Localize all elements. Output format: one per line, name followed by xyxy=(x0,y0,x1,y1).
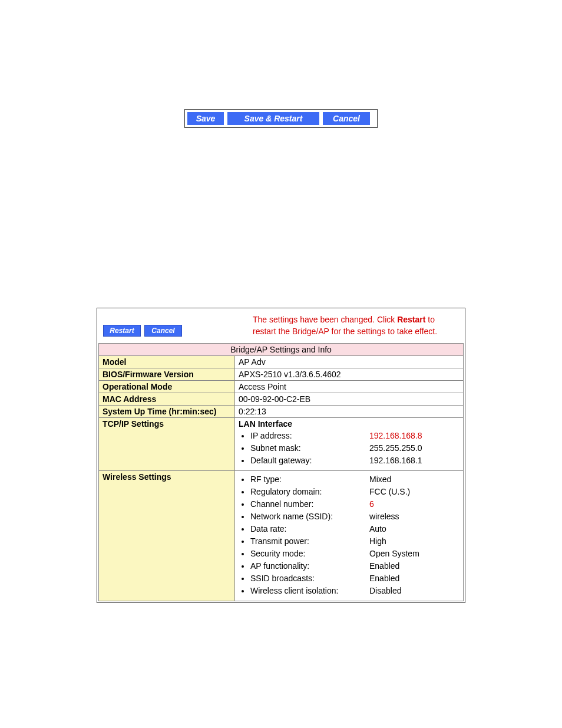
list-item: Regulatory domain:FCC (U.S.) xyxy=(250,486,459,498)
label-bios: BIOS/Firmware Version xyxy=(99,368,235,381)
kv-value: wireless xyxy=(369,510,399,523)
label-tcpip: TCP/IP Settings xyxy=(99,418,235,471)
top-button-bar: Save Save & Restart Cancel xyxy=(184,109,378,128)
label-mode: Operational Mode xyxy=(99,381,235,393)
label-model: Model xyxy=(99,356,235,368)
list-item: AP functionality:Enabled xyxy=(250,560,459,572)
kv-label: Subnet mask: xyxy=(250,442,369,454)
kv-label: Regulatory domain: xyxy=(250,486,369,498)
kv-label: IP address: xyxy=(250,430,369,442)
kv-value: 192.168.168.8 xyxy=(369,430,422,442)
label-mac: MAC Address xyxy=(99,393,235,406)
list-item: SSID broadcasts:Enabled xyxy=(250,572,459,585)
kv-value: Enabled xyxy=(369,572,399,585)
restart-button[interactable]: Restart xyxy=(103,325,141,337)
value-mode: Access Point xyxy=(235,381,464,393)
kv-value: Disabled xyxy=(369,585,401,597)
kv-value: Enabled xyxy=(369,560,399,572)
value-uptime: 0:22:13 xyxy=(235,406,464,418)
row-bios: BIOS/Firmware Version APXS-2510 v1.3/3.6… xyxy=(99,368,464,381)
kv-value: Mixed xyxy=(369,473,391,486)
tcpip-header: LAN Interface xyxy=(239,419,459,429)
kv-value: 255.255.255.0 xyxy=(369,442,422,454)
info-table: Bridge/AP Settings and Info Model AP Adv… xyxy=(98,343,464,601)
panel-cancel-button[interactable]: Cancel xyxy=(144,325,182,337)
save-button[interactable]: Save xyxy=(187,112,224,125)
kv-label: RF type: xyxy=(250,473,369,486)
kv-label: Transmit power: xyxy=(250,535,369,548)
kv-value: 192.168.168.1 xyxy=(369,454,422,467)
value-mac: 00-09-92-00-C2-EB xyxy=(235,393,464,406)
list-item: Security mode:Open System xyxy=(250,548,459,560)
label-wireless: Wireless Settings xyxy=(99,471,235,601)
kv-label: AP functionality: xyxy=(250,560,369,572)
kv-label: Data rate: xyxy=(250,523,369,535)
kv-value: High xyxy=(369,535,386,548)
list-item: Subnet mask:255.255.255.0 xyxy=(250,442,459,454)
settings-panel: Restart Cancel The settings have been ch… xyxy=(97,308,465,603)
value-wireless: RF type:MixedRegulatory domain:FCC (U.S.… xyxy=(235,471,464,601)
kv-label: SSID broadcasts: xyxy=(250,572,369,585)
kv-value: FCC (U.S.) xyxy=(369,486,410,498)
list-item: IP address:192.168.168.8 xyxy=(250,430,459,442)
kv-value: Open System xyxy=(369,548,419,560)
list-item: Channel number:6 xyxy=(250,498,459,510)
kv-label: Default gateway: xyxy=(250,454,369,467)
list-item: Transmit power:High xyxy=(250,535,459,548)
panel-top: Restart Cancel The settings have been ch… xyxy=(97,308,465,343)
list-item: Data rate:Auto xyxy=(250,523,459,535)
save-restart-button[interactable]: Save & Restart xyxy=(227,112,319,125)
list-item: Network name (SSID):wireless xyxy=(250,510,459,523)
label-uptime: System Up Time (hr:min:sec) xyxy=(99,406,235,418)
row-tcpip: TCP/IP Settings LAN Interface IP address… xyxy=(99,418,464,471)
warning-pre: The settings have been changed. Click xyxy=(253,315,397,324)
warning-message: The settings have been changed. Click Re… xyxy=(253,314,441,337)
warning-bold: Restart xyxy=(397,315,425,324)
value-bios: APXS-2510 v1.3/3.6.5.4602 xyxy=(235,368,464,381)
row-model: Model AP Adv xyxy=(99,356,464,368)
list-item: Default gateway:192.168.168.1 xyxy=(250,454,459,467)
tcpip-list: IP address:192.168.168.8Subnet mask:255.… xyxy=(250,430,459,467)
value-model: AP Adv xyxy=(235,356,464,368)
wireless-list: RF type:MixedRegulatory domain:FCC (U.S.… xyxy=(250,473,459,597)
panel-buttons: Restart Cancel xyxy=(103,325,182,337)
row-uptime: System Up Time (hr:min:sec) 0:22:13 xyxy=(99,406,464,418)
kv-value: 6 xyxy=(369,498,374,510)
row-wireless: Wireless Settings RF type:MixedRegulator… xyxy=(99,471,464,601)
value-tcpip: LAN Interface IP address:192.168.168.8Su… xyxy=(235,418,464,471)
list-item: RF type:Mixed xyxy=(250,473,459,486)
table-title: Bridge/AP Settings and Info xyxy=(99,344,464,356)
list-item: Wireless client isolation:Disabled xyxy=(250,585,459,597)
row-mac: MAC Address 00-09-92-00-C2-EB xyxy=(99,393,464,406)
kv-label: Wireless client isolation: xyxy=(250,585,369,597)
kv-label: Network name (SSID): xyxy=(250,510,369,523)
kv-value: Auto xyxy=(369,523,386,535)
row-mode: Operational Mode Access Point xyxy=(99,381,464,393)
kv-label: Channel number: xyxy=(250,498,369,510)
kv-label: Security mode: xyxy=(250,548,369,560)
cancel-button[interactable]: Cancel xyxy=(323,112,370,125)
